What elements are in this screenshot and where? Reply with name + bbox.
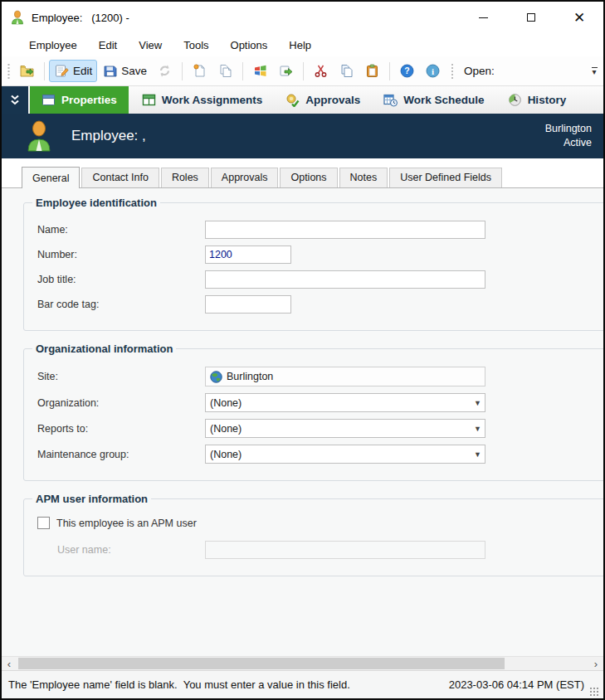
site-label: Site: bbox=[31, 371, 205, 382]
horizontal-scrollbar[interactable]: ‹ › bbox=[2, 656, 603, 670]
send-icon bbox=[278, 63, 294, 79]
maintenance-group-label: Maintenance group: bbox=[31, 449, 205, 460]
name-label: Name: bbox=[31, 224, 205, 236]
maximize-button[interactable] bbox=[507, 2, 555, 33]
edit-icon bbox=[54, 63, 70, 79]
maintenance-group-dropdown[interactable]: (None) ▼ bbox=[205, 445, 485, 464]
bar-code-tag-field[interactable] bbox=[205, 295, 291, 314]
status-message: The 'Employee name' field is blank. You … bbox=[8, 678, 350, 691]
site-field: Burlington bbox=[205, 367, 485, 386]
table-grid-icon bbox=[142, 93, 156, 107]
tab-roles[interactable]: Roles bbox=[161, 168, 209, 187]
employee-identification-group: Employee identification Name: Number: Jo… bbox=[23, 197, 603, 331]
user-name-field bbox=[205, 541, 485, 559]
page-tabs-container: General Contact Info Roles Approvals Opt… bbox=[2, 158, 603, 187]
reports-to-value: (None) bbox=[206, 423, 471, 435]
collapse-chevron-button[interactable] bbox=[2, 86, 28, 114]
scrollbar-thumb[interactable] bbox=[18, 658, 505, 669]
maintenance-group-value: (None) bbox=[206, 449, 471, 460]
tab-options[interactable]: Options bbox=[280, 168, 337, 187]
menu-edit[interactable]: Edit bbox=[88, 36, 128, 55]
tab-notes[interactable]: Notes bbox=[339, 168, 388, 187]
open-folder-button[interactable] bbox=[14, 60, 40, 82]
toolbar-overflow-icon[interactable]: ▾ bbox=[588, 67, 600, 75]
svg-text:i: i bbox=[432, 66, 434, 76]
send-button[interactable] bbox=[273, 60, 299, 82]
feature-tab-work-schedule[interactable]: Work Schedule bbox=[372, 86, 495, 114]
copy-button[interactable] bbox=[334, 60, 359, 82]
banner-site-status: Burlington Active bbox=[545, 122, 592, 150]
reports-to-label: Reports to: bbox=[31, 423, 205, 435]
cut-button[interactable] bbox=[308, 60, 334, 82]
status-timestamp: 2023-03-06 04:14 PM (EST) bbox=[449, 678, 589, 691]
chevron-down-icon[interactable]: ▼ bbox=[471, 394, 485, 411]
paste-icon bbox=[364, 63, 380, 79]
copy-icon bbox=[339, 63, 354, 79]
tab-approvals[interactable]: Approvals bbox=[211, 168, 279, 187]
group-legend: APM user information bbox=[32, 493, 151, 505]
cut-icon bbox=[313, 63, 329, 79]
user-name-label: User name: bbox=[31, 544, 205, 556]
new-document-button[interactable] bbox=[187, 60, 212, 82]
name-field[interactable] bbox=[205, 221, 485, 239]
feature-tab-label: Work Schedule bbox=[403, 94, 484, 106]
feature-tab-approvals[interactable]: Approvals bbox=[274, 86, 372, 114]
reports-to-dropdown[interactable]: (None) ▼ bbox=[205, 419, 485, 438]
feature-tab-history[interactable]: History bbox=[496, 86, 578, 114]
scrollbar-track[interactable] bbox=[17, 657, 588, 670]
employee-avatar-icon bbox=[25, 120, 53, 152]
employee-person-icon bbox=[10, 10, 25, 25]
feature-tab-label: Approvals bbox=[305, 94, 360, 106]
banner-status: Active bbox=[545, 136, 592, 150]
tab-general[interactable]: General bbox=[22, 167, 80, 188]
number-field[interactable] bbox=[205, 245, 291, 264]
feature-tab-label: Work Assignments bbox=[162, 94, 263, 106]
feature-tab-label: Properties bbox=[61, 94, 117, 106]
menu-tools[interactable]: Tools bbox=[173, 36, 219, 55]
resize-grip-icon[interactable] bbox=[589, 687, 599, 697]
feature-tab-work-assignments[interactable]: Work Assignments bbox=[130, 86, 275, 114]
organization-value: (None) bbox=[206, 397, 471, 409]
help-button[interactable]: ? bbox=[394, 60, 420, 82]
edit-button[interactable]: Edit bbox=[49, 60, 97, 82]
menu-options[interactable]: Options bbox=[220, 36, 279, 55]
info-button[interactable]: i bbox=[420, 60, 446, 82]
apm-user-checkbox[interactable] bbox=[37, 517, 50, 529]
duplicate-document-button[interactable] bbox=[212, 60, 238, 82]
site-value: Burlington bbox=[227, 371, 273, 382]
menu-employee[interactable]: Employee bbox=[18, 36, 88, 55]
refresh-button bbox=[152, 60, 178, 82]
windows-logo-button[interactable] bbox=[247, 60, 273, 82]
title-bar: Employee: (1200) - ✕ bbox=[2, 2, 603, 33]
approval-check-icon bbox=[285, 93, 300, 107]
organization-dropdown[interactable]: (None) ▼ bbox=[205, 393, 485, 412]
open-folder-icon bbox=[19, 63, 35, 79]
menu-view[interactable]: View bbox=[128, 36, 173, 55]
new-document-icon bbox=[192, 63, 207, 79]
history-clock-icon bbox=[508, 93, 522, 107]
tab-contact-info[interactable]: Contact Info bbox=[81, 168, 159, 187]
tab-user-defined-fields[interactable]: User Defined Fields bbox=[389, 168, 502, 187]
organization-label: Organization: bbox=[31, 397, 205, 409]
chevron-down-icon[interactable]: ▼ bbox=[471, 445, 485, 463]
scroll-left-arrow[interactable]: ‹ bbox=[2, 658, 17, 670]
paste-button[interactable] bbox=[359, 60, 385, 82]
job-title-label: Job title: bbox=[31, 274, 205, 285]
apm-user-checkbox-label: This employee is an APM user bbox=[56, 518, 197, 529]
duplicate-document-icon bbox=[217, 63, 233, 79]
scroll-right-arrow[interactable]: › bbox=[588, 658, 603, 670]
double-chevron-down-icon bbox=[10, 95, 20, 106]
feature-tab-properties[interactable]: Properties bbox=[30, 86, 129, 114]
chevron-down-icon[interactable]: ▼ bbox=[471, 420, 485, 437]
group-legend: Organizational information bbox=[32, 343, 176, 355]
minimize-button[interactable] bbox=[459, 2, 507, 33]
menu-help[interactable]: Help bbox=[278, 36, 322, 55]
general-tab-panel: Employee identification Name: Number: Jo… bbox=[2, 187, 603, 656]
job-title-field[interactable] bbox=[205, 270, 485, 289]
info-icon: i bbox=[425, 63, 441, 79]
close-button[interactable]: ✕ bbox=[555, 2, 603, 33]
save-icon bbox=[102, 63, 118, 79]
save-button[interactable]: Save bbox=[97, 60, 152, 82]
number-label: Number: bbox=[31, 249, 205, 260]
bar-code-tag-label: Bar code tag: bbox=[31, 299, 205, 310]
